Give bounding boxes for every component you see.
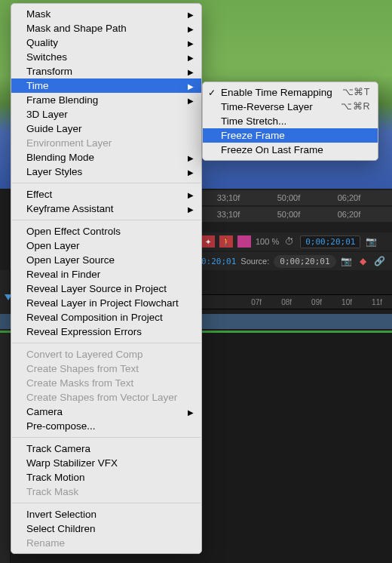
time-ruler-top: 33;10f 50;00f 06;20f <box>198 190 392 205</box>
menu-time[interactable]: Time▶ <box>11 78 201 93</box>
menu-separator <box>12 503 201 503</box>
menu-pre-compose[interactable]: Pre-compose... <box>11 419 201 433</box>
submenu-arrow-icon: ▶ <box>188 150 194 165</box>
menu-create-shapes-from-vector-layer: Create Shapes from Vector Layer <box>11 390 201 405</box>
clock-icon[interactable]: ⏱ <box>283 235 296 248</box>
menu-reveal-in-finder[interactable]: Reveal in Finder <box>11 267 201 282</box>
preview-toolbar: ✦ 🚶 100 % ⏱ 0;00;20;01 📷 <box>198 232 392 251</box>
submenu-time-reverse-layer[interactable]: Time-Reverse Layer ⌥⌘R <box>203 100 378 114</box>
submenu-enable-time-remapping[interactable]: ✓ Enable Time Remapping ⌥⌘T <box>203 85 378 100</box>
submenu-arrow-icon: ▶ <box>188 35 194 50</box>
submenu-arrow-icon: ▶ <box>188 405 194 419</box>
ruler-tick: 10f <box>332 298 362 306</box>
submenu-arrow-icon: ▶ <box>188 78 194 93</box>
color-channels-icon[interactable]: ◆ <box>357 255 369 267</box>
source-toolbar: 0:20;01 Source: 0;00;20;01 📷 ◆ 🔗 <box>198 252 392 270</box>
menu-mask-shape-path[interactable]: Mask and Shape Path▶ <box>11 21 201 35</box>
menu-open-effect-controls[interactable]: Open Effect Controls <box>11 224 201 238</box>
menu-create-masks-from-text: Create Masks from Text <box>11 376 201 390</box>
menu-reveal-layer-source-in-project[interactable]: Reveal Layer Source in Project <box>11 282 201 296</box>
submenu-arrow-icon: ▶ <box>188 50 194 64</box>
menu-track-motion[interactable]: Track Motion <box>11 470 201 485</box>
ruler-tick: 33;10f <box>198 210 259 219</box>
menu-separator <box>12 220 201 220</box>
camera-icon[interactable]: 📷 <box>365 235 377 248</box>
submenu-freeze-on-last-frame[interactable]: Freeze On Last Frame <box>203 143 378 157</box>
mask-mode-icon[interactable]: ✦ <box>201 235 215 248</box>
submenu-arrow-icon: ▶ <box>188 64 194 78</box>
zoom-value[interactable]: 100 % <box>256 237 279 246</box>
menu-environment-layer: Environment Layer <box>11 136 201 150</box>
person-icon[interactable]: 🚶 <box>219 235 233 248</box>
menu-track-mask: Track Mask <box>11 485 201 499</box>
ruler-tick: 08f <box>271 298 302 306</box>
menu-transform[interactable]: Transform▶ <box>11 64 201 78</box>
time-ruler-secondary: 33;10f 50;00f 06;20f <box>198 207 392 222</box>
submenu-arrow-icon: ▶ <box>188 7 194 21</box>
menu-mask[interactable]: Mask▶ <box>11 7 201 21</box>
menu-invert-selection[interactable]: Invert Selection <box>11 507 201 521</box>
ruler-tick: 06;20f <box>319 193 379 202</box>
menu-guide-layer[interactable]: Guide Layer <box>11 122 201 136</box>
ruler-tick: 33;10f <box>198 193 259 202</box>
menu-open-layer[interactable]: Open Layer <box>11 238 201 253</box>
menu-effect[interactable]: Effect▶ <box>11 187 201 202</box>
alpha-swatch[interactable] <box>237 235 251 248</box>
menu-quality[interactable]: Quality▶ <box>11 35 201 50</box>
menu-warp-stabilizer-vfx[interactable]: Warp Stabilizer VFX <box>11 456 201 470</box>
submenu-freeze-frame[interactable]: Freeze Frame <box>203 128 378 143</box>
submenu-arrow-icon: ▶ <box>188 93 194 107</box>
ruler-tick: 50;00f <box>259 210 319 219</box>
link-icon[interactable]: 🔗 <box>374 255 386 267</box>
menu-convert-to-layered-comp: Convert to Layered Comp <box>11 347 201 361</box>
menu-keyframe-assistant[interactable]: Keyframe Assistant▶ <box>11 202 201 216</box>
menu-3d-layer[interactable]: 3D Layer <box>11 107 201 122</box>
menu-frame-blending[interactable]: Frame Blending▶ <box>11 93 201 107</box>
keyboard-shortcut: ⌥⌘R <box>341 100 370 114</box>
layer-context-menu: Mask▶ Mask and Shape Path▶ Quality▶ Swit… <box>11 3 202 554</box>
ruler-tick: 11f <box>362 298 392 306</box>
ruler-tick: 06;20f <box>319 210 379 219</box>
submenu-arrow-icon: ▶ <box>188 165 194 179</box>
menu-switches[interactable]: Switches▶ <box>11 50 201 64</box>
menu-separator <box>12 343 201 343</box>
source-time[interactable]: 0;00;20;01 <box>274 255 335 268</box>
menu-select-children[interactable]: Select Children <box>11 521 201 536</box>
menu-separator <box>12 437 201 438</box>
ruler-tick: 07f <box>241 298 271 306</box>
submenu-time-stretch[interactable]: Time Stretch... <box>203 114 378 128</box>
current-time[interactable]: 0:20;01 <box>201 257 236 266</box>
menu-create-shapes-from-text: Create Shapes from Text <box>11 361 201 376</box>
menu-track-camera[interactable]: Track Camera <box>11 441 201 456</box>
menu-reveal-expression-errors[interactable]: Reveal Expression Errors <box>11 325 201 339</box>
check-icon: ✓ <box>208 85 216 100</box>
menu-rename: Rename <box>11 536 201 550</box>
submenu-arrow-icon: ▶ <box>188 187 194 202</box>
ruler-tick: 50;00f <box>259 193 319 202</box>
frame-ruler[interactable]: 07f 08f 09f 10f 11f <box>198 294 392 309</box>
snapshot-icon[interactable]: 📷 <box>341 255 353 267</box>
ruler-tick: 09f <box>302 298 332 306</box>
menu-reveal-layer-in-flowchart[interactable]: Reveal Layer in Project Flowchart <box>11 296 201 310</box>
menu-open-layer-source[interactable]: Open Layer Source <box>11 253 201 267</box>
menu-separator <box>12 183 201 183</box>
source-label: Source: <box>240 257 269 266</box>
menu-reveal-composition-in-project[interactable]: Reveal Composition in Project <box>11 310 201 325</box>
submenu-arrow-icon: ▶ <box>188 21 194 35</box>
menu-blending-mode[interactable]: Blending Mode▶ <box>11 150 201 165</box>
time-submenu: ✓ Enable Time Remapping ⌥⌘T Time-Reverse… <box>202 82 378 161</box>
keyboard-shortcut: ⌥⌘T <box>342 85 370 100</box>
timecode-display[interactable]: 0;00;20;01 <box>300 235 360 248</box>
menu-camera[interactable]: Camera▶ <box>11 405 201 419</box>
menu-layer-styles[interactable]: Layer Styles▶ <box>11 165 201 179</box>
submenu-arrow-icon: ▶ <box>188 202 194 216</box>
